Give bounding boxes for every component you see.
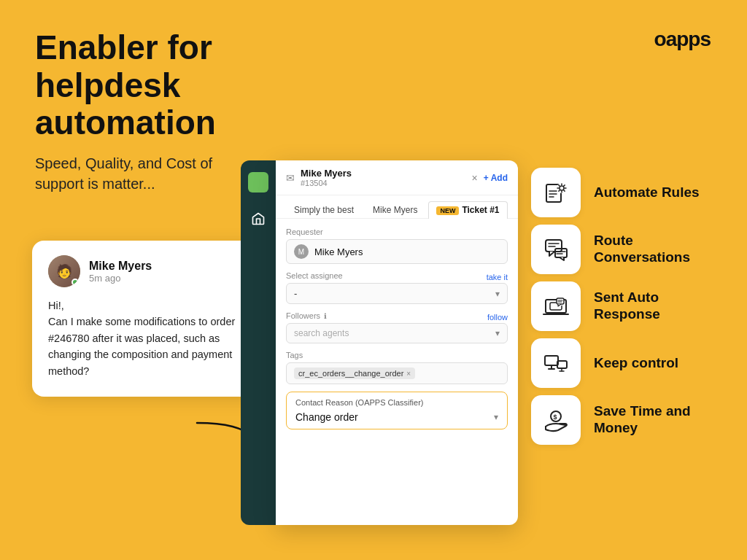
svg-rect-25 bbox=[557, 298, 564, 304]
subheadline: Speed, Quality, and Cost of support is m… bbox=[35, 153, 239, 194]
assignee-section: Select assignee take it - ▾ bbox=[286, 271, 508, 304]
info-icon: ℹ bbox=[324, 312, 327, 320]
keep-control-label: Keep control bbox=[594, 355, 678, 372]
helpdesk-mockup: ✉ Mike Myers #13504 × + Add Simply the b… bbox=[241, 160, 518, 525]
ticket-tabs: Simply the best Mike Myers NEWTicket #1 bbox=[276, 195, 518, 219]
save-time-money-icon-box: $ bbox=[531, 395, 581, 445]
avatar: 🧑 bbox=[48, 255, 80, 287]
contact-reason-value: Change order bbox=[295, 411, 358, 423]
keep-control-icon-box bbox=[531, 338, 581, 388]
followers-label: Followers ℹ bbox=[286, 311, 327, 320]
tags-label: Tags bbox=[286, 351, 508, 359]
feature-automate-rules: Automate Rules bbox=[531, 168, 725, 217]
feature-auto-response: Sent Auto Response bbox=[531, 281, 725, 331]
svg-line-10 bbox=[564, 185, 565, 186]
add-button[interactable]: + Add bbox=[484, 173, 508, 183]
svg-line-11 bbox=[559, 190, 560, 191]
hand-coin-icon: $ bbox=[542, 406, 570, 434]
online-indicator bbox=[71, 279, 79, 286]
assignee-value: - bbox=[294, 288, 297, 299]
tab-simply-best[interactable]: Simply the best bbox=[286, 201, 362, 218]
feature-route-conversations: Route Conversations bbox=[531, 225, 725, 274]
svg-line-9 bbox=[564, 190, 565, 191]
chevron-down-icon-3: ▾ bbox=[494, 412, 498, 422]
tab-ticket[interactable]: NEWTicket #1 bbox=[428, 201, 507, 219]
svg-text:$: $ bbox=[554, 413, 557, 421]
auto-response-icon-box bbox=[531, 281, 581, 331]
contact-reason-select[interactable]: Change order ▾ bbox=[295, 411, 498, 423]
chevron-down-icon-2: ▾ bbox=[495, 328, 500, 338]
requester-label: Requester bbox=[286, 228, 508, 236]
search-agents-placeholder: search agents bbox=[294, 328, 349, 338]
helpdesk-main-panel: ✉ Mike Myers #13504 × + Add Simply the b… bbox=[276, 160, 518, 525]
chat-route-icon bbox=[542, 236, 570, 263]
automate-rules-label: Automate Rules bbox=[594, 184, 700, 201]
tab-new-badge: NEW bbox=[436, 206, 459, 215]
requester-name: Mike Myers bbox=[314, 246, 363, 257]
svg-line-8 bbox=[559, 185, 560, 186]
laptop-chat-icon bbox=[542, 292, 570, 320]
logo: oapps bbox=[654, 28, 711, 51]
chat-user-name: Mike Myers bbox=[89, 260, 152, 273]
tab-mike-myers[interactable]: Mike Myers bbox=[365, 201, 425, 218]
feature-save-time-money: $ Save Time and Money bbox=[531, 395, 725, 445]
chat-message: Hi!,Can I make some modifications to ord… bbox=[48, 298, 264, 379]
chevron-down-icon: ▾ bbox=[495, 289, 500, 299]
gear-book-icon bbox=[542, 179, 570, 206]
tag-item: cr_ec_orders__change_order × bbox=[294, 368, 415, 379]
followers-input[interactable]: search agents ▾ bbox=[286, 323, 508, 343]
requester-section: Requester M Mike Myers bbox=[286, 228, 508, 264]
route-conversations-icon-box bbox=[531, 225, 581, 274]
assignee-label: Select assignee bbox=[286, 271, 343, 280]
page-title: Enabler for helpdesk automation bbox=[35, 29, 283, 142]
ticket-form: Requester M Mike Myers Select assignee t… bbox=[276, 219, 518, 525]
take-it-link[interactable]: take it bbox=[487, 273, 508, 281]
svg-rect-15 bbox=[546, 240, 562, 252]
assignee-select[interactable]: - ▾ bbox=[286, 283, 508, 304]
mail-icon: ✉ bbox=[286, 172, 295, 184]
follow-link[interactable]: follow bbox=[487, 313, 508, 322]
ticket-header: ✉ Mike Myers #13504 × + Add bbox=[276, 160, 518, 195]
ticket-id: #13504 bbox=[301, 179, 352, 187]
chat-timestamp: 5m ago bbox=[89, 273, 152, 284]
automate-rules-icon-box bbox=[531, 168, 581, 217]
helpdesk-sidebar bbox=[241, 160, 276, 525]
sidebar-home-icon[interactable] bbox=[247, 207, 270, 230]
contact-reason-label: Contact Reason (OAPPS Classifier) bbox=[295, 398, 498, 407]
close-button[interactable]: × bbox=[472, 172, 478, 184]
features-list: Automate Rules Route Conversations bbox=[531, 168, 725, 445]
followers-section: Followers ℹ follow search agents ▾ bbox=[286, 311, 508, 343]
requester-input[interactable]: M Mike Myers bbox=[286, 239, 508, 264]
save-time-money-label: Save Time and Money bbox=[594, 403, 725, 437]
screens-icon bbox=[542, 349, 570, 377]
tags-section: Tags cr_ec_orders__change_order × bbox=[286, 351, 508, 384]
svg-rect-28 bbox=[545, 356, 558, 365]
requester-avatar: M bbox=[294, 244, 309, 259]
route-conversations-label: Route Conversations bbox=[594, 233, 725, 266]
contact-reason-section: Contact Reason (OAPPS Classifier) Change… bbox=[286, 392, 508, 429]
feature-keep-control: Keep control bbox=[531, 338, 725, 388]
auto-response-label: Sent Auto Response bbox=[594, 289, 725, 323]
tags-field[interactable]: cr_ec_orders__change_order × bbox=[286, 362, 508, 384]
ticket-contact-name: Mike Myers bbox=[301, 168, 352, 179]
tag-remove-icon[interactable]: × bbox=[406, 370, 411, 378]
sidebar-brand-icon bbox=[248, 172, 268, 192]
